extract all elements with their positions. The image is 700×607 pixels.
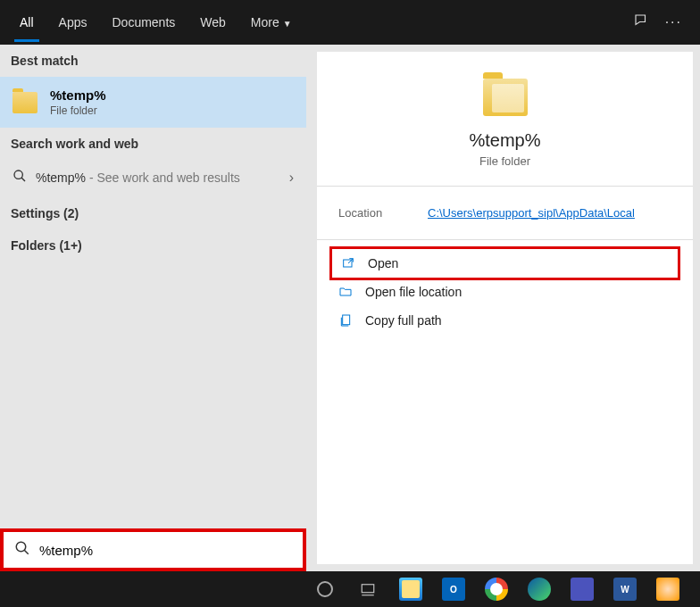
preview-subtitle: File folder (317, 154, 693, 168)
preview-panel: %temp% File folder Location C:\Users\erp… (317, 52, 693, 564)
copy-icon (338, 313, 353, 328)
location-path[interactable]: C:\Users\erpsupport_sipl\AppData\Local (428, 206, 635, 220)
file-explorer-icon[interactable] (398, 577, 423, 602)
copy-path-label: Copy full path (365, 313, 442, 328)
search-icon (14, 540, 30, 560)
open-action[interactable]: Open (329, 246, 680, 280)
folders-group[interactable]: Folders (1+) (0, 229, 306, 262)
location-row: Location C:\Users\erpsupport_sipl\AppDat… (317, 187, 693, 240)
svg-rect-6 (362, 585, 374, 593)
svg-line-5 (24, 550, 29, 554)
outlook-icon[interactable]: O (441, 577, 466, 602)
tab-apps[interactable]: Apps (46, 3, 100, 42)
tab-documents[interactable]: Documents (99, 3, 188, 42)
search-box-container (0, 528, 306, 571)
word-icon[interactable]: W (612, 577, 638, 602)
web-query: %temp% (36, 170, 86, 185)
result-title: %temp% (50, 87, 106, 103)
tab-list: All Apps Documents Web More▼ (7, 3, 304, 42)
taskbar: O W (0, 571, 700, 607)
teams-icon[interactable] (570, 577, 595, 602)
search-filter-tabs: All Apps Documents Web More▼ ··· (0, 0, 700, 45)
best-match-header: Best match (0, 45, 306, 77)
cortana-icon[interactable] (312, 577, 338, 602)
open-location-action[interactable]: Open file location (329, 278, 680, 306)
feedback-icon[interactable] (633, 12, 649, 32)
best-match-result[interactable]: %temp% File folder (0, 77, 306, 128)
task-view-icon[interactable] (355, 577, 380, 602)
folder-icon (483, 79, 528, 116)
svg-point-0 (14, 170, 22, 179)
search-web-header: Search work and web (0, 128, 306, 160)
web-search-result[interactable]: %temp% - See work and web results › (0, 160, 306, 195)
results-panel: Best match %temp% File folder Search wor… (0, 45, 306, 571)
open-label: Open (368, 256, 398, 270)
chevron-down-icon: ▼ (283, 19, 292, 29)
edge-icon[interactable] (527, 577, 552, 602)
preview-title: %temp% (317, 130, 693, 151)
search-icon (12, 169, 27, 187)
search-input[interactable] (39, 543, 292, 558)
tab-web[interactable]: Web (188, 3, 238, 42)
web-hint: - See work and web results (86, 170, 240, 185)
svg-point-4 (16, 542, 26, 552)
chevron-right-icon: › (289, 170, 294, 186)
folder-open-icon (338, 285, 353, 299)
tab-all[interactable]: All (7, 3, 46, 42)
open-icon (341, 256, 355, 270)
location-label: Location (338, 206, 428, 220)
svg-line-1 (21, 178, 25, 181)
tab-more[interactable]: More▼ (238, 3, 304, 42)
result-subtitle: File folder (50, 104, 106, 117)
svg-rect-3 (343, 315, 350, 325)
open-location-label: Open file location (365, 285, 462, 299)
chrome-icon[interactable] (484, 577, 509, 602)
settings-group[interactable]: Settings (2) (0, 197, 306, 229)
more-options-icon[interactable]: ··· (665, 14, 682, 30)
folder-icon (12, 92, 38, 113)
copy-path-action[interactable]: Copy full path (329, 306, 680, 335)
snip-icon[interactable] (655, 577, 680, 602)
